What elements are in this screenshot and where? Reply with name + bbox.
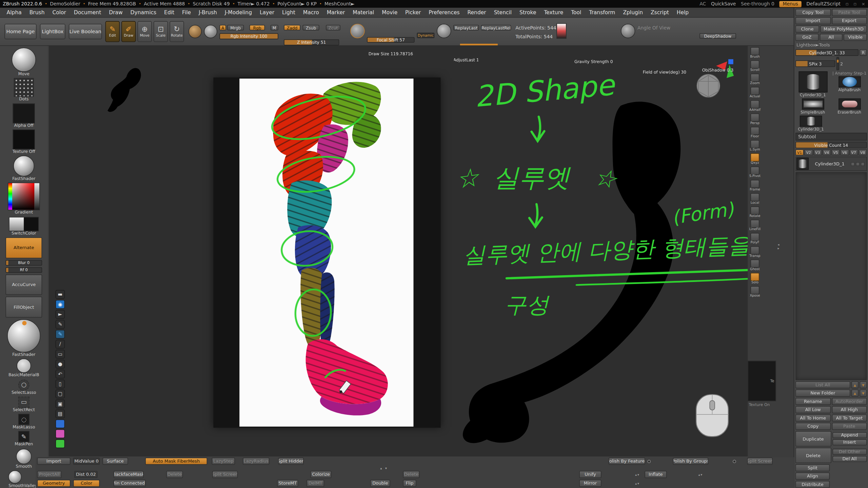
shelf-scroll-arrows[interactable]: ▴ ▾	[380, 466, 388, 470]
menu-item[interactable]: Stroke	[516, 9, 540, 16]
menu-item[interactable]: J-Modeling	[221, 9, 256, 16]
menu-item[interactable]: Document	[70, 9, 105, 16]
lazystep-button[interactable]: LazyStep	[212, 458, 235, 465]
shelf-tool[interactable]: S.Pivot	[749, 166, 761, 178]
shelf-tool[interactable]: Zoom	[750, 74, 760, 85]
color-picker[interactable]: Gradient	[8, 183, 40, 215]
obj-shadow-slider[interactable]: ObjShadow 0.3	[699, 67, 736, 73]
annotation-tool[interactable]: ►	[55, 310, 65, 319]
mask-lasso-button[interactable]: ◌ MaskLasso	[13, 414, 35, 429]
tool-name-slider[interactable]: Cylinder3D_1. 33	[795, 49, 859, 56]
menu-item[interactable]: Zplugin	[619, 9, 647, 16]
delete-button-2[interactable]: Delete	[403, 471, 419, 478]
smooth-brush-thumb[interactable]: Smooth	[16, 448, 32, 468]
menu-item[interactable]: Macro	[299, 9, 323, 16]
shelf-tool[interactable]: Transp	[749, 246, 760, 258]
home-page-button[interactable]: Home Page	[4, 24, 37, 39]
geometry-button[interactable]: Geometry	[37, 480, 71, 487]
auto-mask-fibermesh-button[interactable]: Auto Mask FiberMesh	[145, 458, 207, 465]
dist-slider[interactable]: Dist 0.02	[74, 471, 98, 478]
fillobject-button[interactable]: FillObject	[5, 297, 42, 318]
switch-color[interactable]: SwitchColor	[9, 217, 39, 236]
annotation-tool[interactable]: ◉	[55, 300, 65, 309]
deep-shadow-button[interactable]: DeepShadow	[699, 33, 736, 39]
del-other-button[interactable]: Del Other	[832, 449, 867, 455]
shelf-tool[interactable]: L.Sym	[750, 140, 760, 151]
view-tab[interactable]: V2	[804, 149, 813, 156]
mirror-nudge-arrows[interactable]: ▴▾	[635, 481, 639, 485]
delete-subtool-button[interactable]: Delete	[795, 448, 831, 463]
color-button[interactable]: Color	[73, 480, 100, 487]
zsub-button[interactable]: Zsub	[303, 25, 319, 30]
polish-by-groups-button[interactable]: Polish By Groups	[673, 458, 709, 465]
annotation-tool[interactable]: ▭	[55, 350, 65, 359]
storemt-button[interactable]: StoreMT	[277, 480, 298, 487]
cylinder-thumb[interactable]	[800, 116, 822, 127]
menu-item[interactable]: Marker	[323, 9, 349, 16]
shelf-tool[interactable]: LineFill	[749, 220, 761, 231]
min-connected-button[interactable]: Min Connected f	[114, 480, 146, 487]
all-to-home-button[interactable]: All To Home	[795, 414, 831, 422]
annotation-tool[interactable]: ∕	[55, 340, 65, 348]
brush-knob[interactable]	[189, 25, 202, 38]
copy-tool-button[interactable]: Copy Tool	[795, 9, 831, 16]
rf-slider[interactable]: Rf 0	[5, 267, 42, 272]
colorize-button[interactable]: Colorize	[310, 471, 331, 478]
all-to-target-button[interactable]: All To Target	[832, 414, 867, 422]
menu-item[interactable]: Brush	[25, 9, 48, 16]
shelf-tool[interactable]: Scroll	[750, 60, 760, 72]
menu-item[interactable]: Picker	[401, 9, 425, 16]
shelf-tool[interactable]: AAHalf	[749, 100, 761, 111]
make-polymesh3d-button[interactable]: Make PolyMesh3D	[820, 25, 867, 33]
shelf-tool[interactable]: Floor	[750, 127, 759, 138]
surface-button[interactable]: Surface	[102, 458, 128, 465]
lightbox-button[interactable]: LightBox	[40, 24, 65, 39]
menu-item[interactable]: Help	[673, 9, 692, 16]
draw-button[interactable]: ✐ Draw	[121, 21, 136, 42]
menu-item[interactable]: Movie	[378, 9, 401, 16]
distribute-button[interactable]: Distribute	[795, 481, 830, 488]
all-high-button[interactable]: All High	[832, 406, 867, 413]
split-hidden-button[interactable]: Split Hidden	[278, 458, 304, 465]
focal-shift-slider[interactable]: Focal Shift 57	[367, 37, 415, 42]
replay-knob[interactable]	[437, 24, 451, 38]
stroke-thumb[interactable]: Dots	[14, 78, 34, 102]
shelf-tool[interactable]: Rotate	[749, 206, 760, 218]
tray-resize-handle[interactable]: ◂▸	[777, 242, 779, 250]
menu-item[interactable]: Tool	[567, 9, 585, 16]
mrgb-button[interactable]: Mrgb	[227, 25, 244, 30]
menus-button[interactable]: Menus	[780, 1, 802, 7]
del-all-button[interactable]: Del All	[832, 456, 867, 462]
texture-thumb[interactable]: Texture Off	[13, 129, 35, 154]
lazyradius-button[interactable]: LazyRadius	[243, 458, 269, 465]
clone-button[interactable]: Clone	[795, 25, 819, 33]
quicksave-button[interactable]: QuickSave	[711, 1, 736, 6]
menu-item[interactable]: Edit	[160, 9, 178, 16]
polish-features-radio[interactable]	[647, 460, 651, 463]
unify-button[interactable]: Unify	[579, 471, 601, 478]
projectall-button[interactable]: ProjectAll	[37, 471, 62, 478]
list-all-button[interactable]: List All	[795, 381, 850, 388]
window-restore-icon[interactable]: ▫	[853, 1, 856, 6]
polish-groups-radio[interactable]	[733, 460, 736, 463]
live-boolean-button[interactable]: Live Boolean	[69, 24, 102, 39]
menu-item[interactable]: Dynamics	[126, 9, 160, 16]
goz-visible-button[interactable]: Visible	[844, 34, 867, 41]
inflate-button[interactable]: Inflate	[645, 471, 667, 478]
window-close-icon[interactable]: ×	[862, 1, 865, 6]
shelf-tool[interactable]: Actual	[750, 87, 760, 98]
gravity-swatch[interactable]	[556, 23, 566, 39]
accucurve-button[interactable]: AccuCurve	[5, 274, 42, 295]
spix-slider[interactable]: SPix 3	[795, 60, 835, 67]
autoreorder-button[interactable]: AutoReorder	[832, 398, 867, 405]
view-tab[interactable]: V5	[831, 149, 840, 156]
alpha-brush-thumb[interactable]	[838, 76, 860, 87]
view-tab[interactable]: V8	[859, 149, 867, 156]
eraser-brush-thumb[interactable]	[838, 99, 860, 110]
view-tab[interactable]: V3	[813, 149, 822, 156]
menu-item[interactable]: Light	[278, 9, 299, 16]
edit-button[interactable]: ✎ Edit	[105, 21, 120, 42]
delmt-button[interactable]: DelMT	[307, 480, 324, 487]
export-tool-button[interactable]: Export	[832, 17, 867, 24]
annotation-tool[interactable]: ▯	[55, 380, 65, 388]
